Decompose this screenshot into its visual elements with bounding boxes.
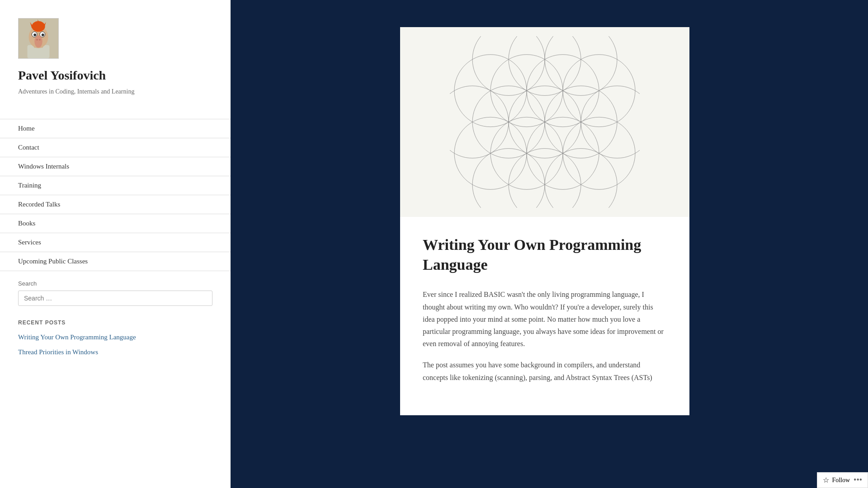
recent-post-writing-programming-language[interactable]: Writing Your Own Programming Language	[18, 333, 212, 342]
post-paragraph-2: The post assumes you have some backgroun…	[423, 359, 667, 383]
recent-post-thread-priorities-windows[interactable]: Thread Priorities in Windows	[18, 347, 212, 357]
post-paragraph-1: Ever since I realized BASIC wasn't the o…	[423, 288, 667, 350]
avatar	[18, 18, 212, 59]
search-section: Search	[0, 271, 231, 315]
svg-point-13	[36, 39, 38, 40]
post-title: Writing Your Own Programming Language	[423, 235, 667, 275]
sidebar-item-books[interactable]: Books	[0, 214, 231, 233]
site-title: Pavel Yosifovich	[18, 68, 212, 83]
search-input[interactable]	[18, 291, 212, 306]
svg-point-12	[34, 35, 42, 47]
follow-icon: ☆	[823, 476, 829, 484]
sidebar-item-home[interactable]: Home	[0, 119, 231, 138]
sidebar-item-windows-internals[interactable]: Windows Internals	[0, 157, 231, 176]
post-container: Writing Your Own Programming Language Ev…	[400, 27, 689, 415]
site-tagline: Adventures in Coding, Internals and Lear…	[18, 87, 212, 96]
sidebar-item-services[interactable]: Services	[0, 233, 231, 252]
sidebar-nav: Home Contact Windows Internals Training …	[0, 119, 231, 271]
svg-point-14	[39, 39, 41, 40]
post-image	[400, 27, 689, 217]
recent-posts-title: RECENT POSTS	[18, 319, 212, 326]
sidebar-item-contact[interactable]: Contact	[0, 138, 231, 157]
recent-posts-section: RECENT POSTS Writing Your Own Programmin…	[0, 315, 231, 371]
sidebar-item-recorded-talks[interactable]: Recorded Talks	[0, 195, 231, 214]
follow-more-icon[interactable]: •••	[854, 475, 862, 485]
svg-point-11	[42, 33, 44, 36]
search-label: Search	[18, 280, 212, 287]
sidebar: Pavel Yosifovich Adventures in Coding, I…	[0, 0, 231, 488]
sidebar-item-upcoming-public-classes[interactable]: Upcoming Public Classes	[0, 252, 231, 271]
follow-bar[interactable]: ☆ Follow •••	[817, 472, 868, 488]
post-body: Writing Your Own Programming Language Ev…	[400, 217, 689, 415]
sidebar-item-training[interactable]: Training	[0, 176, 231, 195]
svg-point-10	[33, 33, 36, 36]
main-content: Writing Your Own Programming Language Ev…	[231, 0, 868, 488]
follow-label: Follow	[832, 477, 850, 484]
